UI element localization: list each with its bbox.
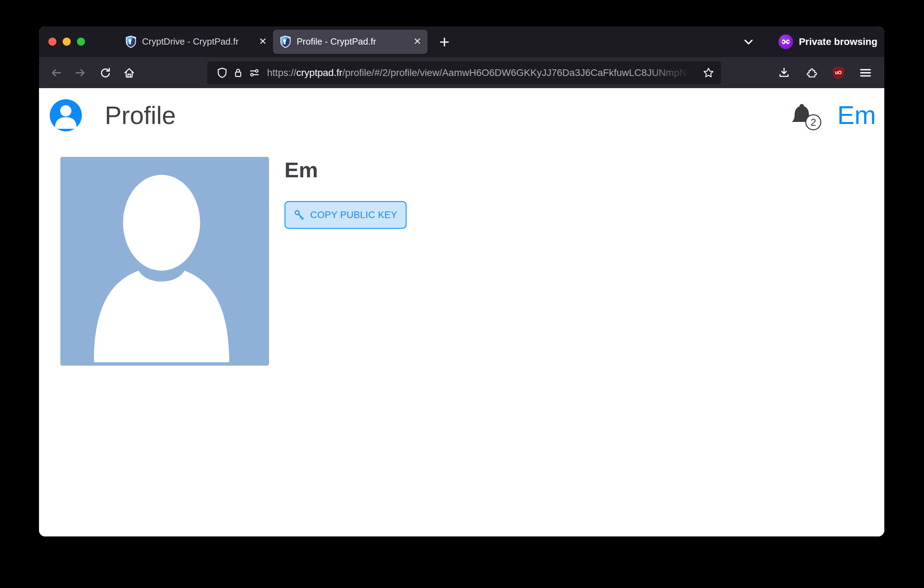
site-permissions-sliders-icon[interactable] [246,65,262,81]
private-browsing-mask-icon [779,35,793,49]
browser-window: CryptDrive - CryptPad.fr ✕ [39,26,884,537]
tracking-protection-shield-icon[interactable] [214,65,230,81]
ublock-origin-icon[interactable]: uO [830,64,847,81]
forward-icon[interactable] [70,63,91,83]
url-path: /profile/#/2/profile/view/AamwH6O6DW6GKK… [342,67,686,78]
tab-cryptdrive[interactable]: CryptDrive - CryptPad.fr ✕ [118,30,273,54]
cryptpad-toolbar: Profile 2 Em [39,88,884,140]
svg-text:uO: uO [835,70,842,75]
screenshot-stage: CryptDrive - CryptPad.fr ✕ [0,0,924,588]
traffic-light-zoom[interactable] [77,38,85,46]
new-tab-button[interactable]: + [437,33,452,51]
toolbar-user-area: 2 Em [789,102,876,129]
avatar-placeholder-image [60,157,269,366]
traffic-light-minimize[interactable] [63,38,71,46]
url-text: https://cryptpad.fr/profile/#/2/profile/… [267,67,716,78]
navigation-toolbar: https://cryptpad.fr/profile/#/2/profile/… [39,57,884,88]
back-icon[interactable] [46,63,66,83]
user-menu-link[interactable]: Em [837,102,876,128]
url-bar[interactable]: https://cryptpad.fr/profile/#/2/profile/… [207,61,721,84]
cryptpad-favicon-icon [280,36,291,48]
traffic-light-close[interactable] [48,38,56,46]
home-icon[interactable] [119,63,139,83]
cryptpad-favicon-icon [125,36,137,48]
list-all-tabs-chevron-down-icon[interactable] [742,35,756,49]
copy-public-key-label: COPY PUBLIC KEY [310,210,397,220]
bookmark-star-icon[interactable] [700,61,718,84]
tab-profile-active[interactable]: Profile - CryptPad.fr ✕ [273,30,427,54]
url-domain: cryptpad.fr [296,67,342,78]
display-name: Em [284,157,407,182]
page-title: Profile [105,101,176,130]
reload-icon[interactable] [95,63,115,83]
menu-hamburger-icon[interactable] [857,64,874,81]
key-icon [294,209,305,220]
tab-title: CryptDrive - CryptPad.fr [142,36,255,47]
extensions-puzzle-icon[interactable] [803,64,820,81]
copy-public-key-button[interactable]: COPY PUBLIC KEY [284,201,407,229]
tab-close-icon[interactable]: ✕ [259,37,267,46]
downloads-icon[interactable] [776,64,792,81]
notification-count-badge: 2 [805,114,821,130]
toolbar-right-icons: uO [776,64,874,81]
url-protocol: https:// [267,67,296,78]
private-browsing-label: Private browsing [799,36,877,47]
notifications-bell-icon[interactable]: 2 [789,102,816,129]
private-browsing-indicator: Private browsing [779,35,877,49]
tab-title: Profile - CryptPad.fr [297,36,410,47]
page-content: Profile 2 Em [39,88,884,537]
tab-close-icon[interactable]: ✕ [413,37,421,46]
profile-section: Em COPY PUBLIC KEY [39,140,884,366]
tab-bar: CryptDrive - CryptPad.fr ✕ [39,26,884,57]
profile-info: Em COPY PUBLIC KEY [284,157,407,229]
cryptpad-user-logo-icon[interactable] [50,99,82,131]
connection-secure-lock-icon[interactable] [230,65,246,81]
window-controls [48,38,85,46]
